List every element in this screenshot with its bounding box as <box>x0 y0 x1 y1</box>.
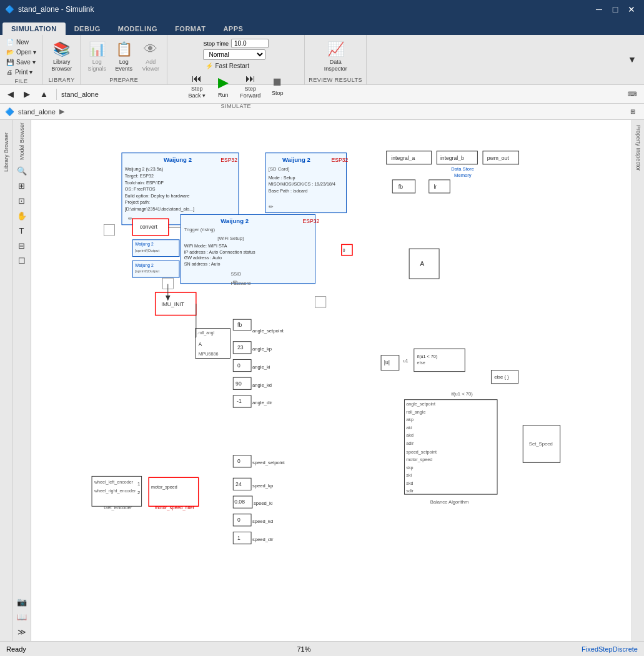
ribbon-collapse-button[interactable]: ⯆ <box>625 54 639 65</box>
tab-debug[interactable]: DEBUG <box>66 22 109 35</box>
save-icon: 💾 <box>6 59 14 66</box>
library-browser-sidebar: Library Browser <box>0 120 12 641</box>
svg-text:angle_ki: angle_ki <box>252 364 270 370</box>
app-icon: 🔷 <box>5 5 14 14</box>
zoom-in-button[interactable]: 🔍 <box>15 164 29 177</box>
svg-text:Waijung 2 (v.23.5a): Waijung 2 (v.23.5a) <box>125 167 163 172</box>
property-inspector-label: Property Inspector <box>635 125 642 171</box>
library-group-label: LIBRARY <box>49 76 75 83</box>
svg-text:SN address  : Auto: SN address : Auto <box>184 262 220 267</box>
log-signals-button[interactable]: 📊 LogSignals <box>84 39 109 74</box>
svg-text:MISO/MOSI/SCK/CS : 19/23/18/4: MISO/MOSI/SCK/CS : 19/23/18/4 <box>269 182 335 187</box>
svg-text:Waijung 2: Waijung 2 <box>164 156 192 163</box>
svg-text:convert: convert <box>140 224 158 230</box>
minimize-button[interactable]: ─ <box>592 2 607 17</box>
save-button[interactable]: 💾 Save ▾ <box>4 57 39 67</box>
forward-button[interactable]: ▶ <box>20 87 34 101</box>
run-button[interactable]: ▶ Run <box>211 71 235 102</box>
file-group-label: FILE <box>15 77 28 84</box>
svg-text:✏: ✏ <box>233 279 238 285</box>
keyboard-shortcuts-button[interactable]: ⌨ <box>624 89 640 99</box>
fit-view-button[interactable]: ⊞ <box>15 179 29 192</box>
stop-time-input[interactable] <box>231 39 269 48</box>
svg-rect-125 <box>233 532 251 544</box>
svg-text:integral_a: integral_a <box>391 155 415 161</box>
step-forward-icon: ⏭ <box>245 73 255 84</box>
address-expand-button[interactable]: ⊞ <box>627 106 639 117</box>
docs-button[interactable]: 📖 <box>15 610 29 624</box>
print-button[interactable]: 🖨 Print ▾ <box>4 67 39 77</box>
library-browser-button[interactable]: 📚 LibraryBrowser <box>48 39 75 74</box>
svg-text:90: 90 <box>235 380 242 387</box>
svg-text:Waijung 2: Waijung 2 <box>135 242 154 247</box>
model-browser-label: Model Browser <box>19 122 25 160</box>
svg-rect-113 <box>233 455 251 467</box>
svg-text:speed_kp: speed_kp <box>252 483 273 489</box>
tab-simulation[interactable]: SIMULATION <box>2 22 66 35</box>
svg-text:else: else <box>417 360 425 365</box>
back-button[interactable]: ◀ <box>4 87 17 101</box>
svg-text:WiFi Mode: WIFI STA: WiFi Mode: WIFI STA <box>184 244 227 249</box>
main-area: Library Browser Model Browser 🔍 ⊞ ⊡ ✋ T … <box>0 120 644 641</box>
svg-text:wheel_right_encoder: wheel_right_encoder <box>94 489 136 494</box>
text-tool-button[interactable]: T <box>15 224 29 237</box>
data-inspector-button[interactable]: 📈 DataInspector <box>321 39 350 74</box>
stop-button[interactable]: ⏹ Stop <box>265 71 290 102</box>
ribbon: 📄 New 📂 Open ▾ 💾 Save ▾ 🖨 Print ▾ FILE <box>0 35 644 85</box>
svg-text:wheel_left_encoder: wheel_left_encoder <box>94 480 134 485</box>
svg-text:skp: skp <box>406 465 413 470</box>
zoom-out-button[interactable]: ⊡ <box>15 194 29 207</box>
fast-restart-button[interactable]: ⚡ Fast Restart <box>203 61 251 71</box>
add-viewer-button[interactable]: 👁 AddViewer <box>138 39 163 74</box>
maximize-button[interactable]: □ <box>608 2 623 17</box>
svg-text:Base Path : /sdcard: Base Path : /sdcard <box>269 189 308 194</box>
svg-text:speed_setpoint: speed_setpoint <box>252 460 285 465</box>
svg-text:A: A <box>420 260 424 267</box>
svg-text:IP address  : Auto  Connection: IP address : Auto Connection status <box>184 250 255 255</box>
svg-text:skd: skd <box>406 481 413 486</box>
svg-text:Set_Speed: Set_Speed <box>529 441 553 447</box>
camera-button[interactable]: 📷 <box>15 595 29 609</box>
ribbon-group-file: 📄 New 📂 Open ▾ 💾 Save ▾ 🖨 Print ▾ FILE <box>0 35 43 84</box>
close-button[interactable]: ✕ <box>624 2 639 17</box>
svg-text:SSID: SSID <box>230 272 241 277</box>
svg-text:adir: adir <box>406 441 414 446</box>
title-bar: 🔷 stand_alone - Simulink ─ □ ✕ <box>0 0 644 19</box>
svg-rect-27 <box>392 180 415 193</box>
svg-text:lr: lr <box>433 184 437 190</box>
prepare-group-label: PREPARE <box>109 76 138 83</box>
status-bar: Ready 71% FixedStepDiscrete <box>0 641 644 656</box>
svg-text:u1: u1 <box>404 359 409 364</box>
svg-rect-55 <box>104 225 114 236</box>
svg-text:angle_kd: angle_kd <box>252 382 272 388</box>
svg-text:0: 0 <box>237 517 240 523</box>
sim-mode-select[interactable]: Normal Accelerator Rapid Accelerator <box>203 49 265 60</box>
window-controls: ─ □ ✕ <box>592 2 639 17</box>
expand-sidebar-button[interactable]: ≫ <box>15 625 29 639</box>
add-viewer-icon: 👁 <box>144 41 157 57</box>
svg-text:pwm_out: pwm_out <box>487 155 510 161</box>
canvas-area[interactable]: Waijung 2 ESP32 Waijung 2 (v.23.5a) Targ… <box>31 120 632 641</box>
open-button[interactable]: 📂 Open ▾ <box>4 47 39 57</box>
tab-apps[interactable]: APPS <box>214 22 252 35</box>
tab-modeling[interactable]: MODELING <box>109 22 166 35</box>
svg-text:Get_Encoder: Get_Encoder <box>104 505 132 510</box>
pan-button[interactable]: ✋ <box>15 209 29 222</box>
tab-format[interactable]: FORMAT <box>166 22 214 35</box>
svg-text:[sprintf]Output: [sprintf]Output <box>135 269 159 273</box>
svg-text:integral_b: integral_b <box>440 155 464 161</box>
log-events-button[interactable]: 📋 LogEvents <box>111 39 136 74</box>
new-button[interactable]: 📄 New <box>4 37 39 47</box>
svg-text:akp: akp <box>406 417 414 422</box>
step-forward-button[interactable]: ⏭ StepForward <box>237 71 264 102</box>
svg-text:GW address : Auto: GW address : Auto <box>184 256 222 261</box>
svg-text:akd: akd <box>406 433 414 438</box>
svg-text:angle_dir: angle_dir <box>252 400 272 405</box>
address-path: stand_alone <box>18 108 56 116</box>
up-button[interactable]: ▲ <box>36 87 52 101</box>
step-back-button[interactable]: ⏮ StepBack ▾ <box>184 71 209 102</box>
select-button[interactable]: ⊟ <box>15 239 29 252</box>
svg-text:IMU_INIT: IMU_INIT <box>161 301 185 307</box>
block-button[interactable]: ☐ <box>15 254 29 267</box>
property-inspector-sidebar: Property Inspector <box>632 120 644 641</box>
